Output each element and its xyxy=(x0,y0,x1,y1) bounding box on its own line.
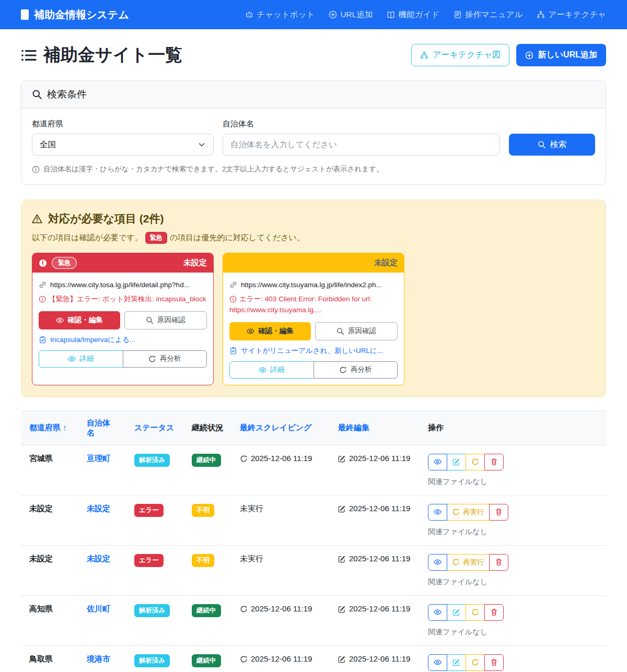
subtitle-before: 以下の項目は確認が必要です。 xyxy=(32,233,143,243)
sites-table-wrap: 都道府県 ↑ 自治体名 ステータス 継続状況 最終スクレイピング 最終編集 操作… xyxy=(21,411,606,672)
municipality-link[interactable]: 未設定 xyxy=(87,554,110,563)
reanalyze-button[interactable]: 再分析 xyxy=(123,350,207,368)
refresh-icon xyxy=(452,558,460,566)
table-row: 未設定 未設定 エラー 不明 未実行 2025-12-06 11:19 再実行 … xyxy=(21,545,606,595)
table-row: 鳥取県 境港市 解析済み 継続中 2025-12-06 11:19 2025-1… xyxy=(21,645,606,672)
nav-item-chatbot[interactable]: チャットボット xyxy=(245,9,315,20)
delete-button[interactable] xyxy=(484,604,504,621)
column-header-prefecture[interactable]: 都道府県 ↑ xyxy=(21,411,78,445)
site-url[interactable]: https://www.city.tosa.lg.jp/life/detail.… xyxy=(39,281,207,289)
municipality-link[interactable]: 未設定 xyxy=(87,504,110,513)
rerun-label: 再実行 xyxy=(463,558,484,567)
plus-circle-icon xyxy=(525,51,533,60)
confirm-edit-button[interactable]: 確認・編集 xyxy=(39,311,120,329)
robot-icon xyxy=(245,10,253,19)
error-message-text: 【緊急】エラー: ボット対策検出: incapsula_block xyxy=(49,295,206,303)
search-button[interactable]: 検索 xyxy=(509,134,595,156)
top-navbar: 補助金情報システム チャットボット URL追加 機能ガイド 操作マニュアル アー… xyxy=(0,0,627,29)
column-header-status[interactable]: ステータス xyxy=(126,411,183,445)
rerun-button[interactable]: 再実行 xyxy=(447,504,490,521)
search-icon xyxy=(146,316,154,324)
trash-icon xyxy=(495,558,503,566)
rescrape-button[interactable] xyxy=(466,604,485,621)
app-brand[interactable]: 補助金情報システム xyxy=(21,8,129,22)
continuation-badge: 継続中 xyxy=(192,654,221,667)
history-icon xyxy=(240,655,248,663)
view-button[interactable] xyxy=(428,654,447,671)
edit-button[interactable] xyxy=(447,654,466,671)
delete-button[interactable] xyxy=(484,654,504,671)
search-panel-title: 検索条件 xyxy=(47,88,87,101)
last-edit-cell: 2025-12-06 11:19 xyxy=(330,545,420,595)
column-header-municipality[interactable]: 自治体名 xyxy=(78,411,126,445)
municipality-link[interactable]: 佐川町 xyxy=(87,604,110,613)
rescrape-button[interactable] xyxy=(466,654,485,671)
error-message-text: エラー: 403 Client Error: Forbidden for url… xyxy=(229,295,371,314)
nav-item-add-url[interactable]: URL追加 xyxy=(329,9,373,20)
nav-item-architecture[interactable]: アーキテクチャ xyxy=(537,9,606,20)
site-url[interactable]: https://www.city.tsuyama.lg.jp/life/inde… xyxy=(229,281,398,289)
analysis-note-text: サイトがリニューアルされ、新しいURLに... xyxy=(241,346,383,356)
view-button[interactable] xyxy=(428,604,447,621)
prefecture-cell: 高知県 xyxy=(21,595,78,645)
status-badge: 未設定 xyxy=(183,258,207,268)
rerun-button[interactable]: 再実行 xyxy=(447,554,490,571)
attention-panel-title-text: 対応が必要な項目 (2件) xyxy=(48,211,164,226)
add-url-button[interactable]: 新しいURL追加 xyxy=(516,44,606,66)
edit-button[interactable] xyxy=(447,604,466,621)
confirm-edit-button[interactable]: 確認・編集 xyxy=(229,322,311,340)
error-message: 【緊急】エラー: ボット対策検出: incapsula_block xyxy=(39,294,207,305)
last-scraping-cell: 2025-12-06 11:19 xyxy=(231,445,330,495)
reanalyze-button[interactable]: 再分析 xyxy=(314,361,398,379)
prefecture-cell: 未設定 xyxy=(21,545,78,595)
attention-panel-title: 対応が必要な項目 (2件) xyxy=(32,211,595,226)
delete-button[interactable] xyxy=(484,454,504,470)
nav-item-manual[interactable]: 操作マニュアル xyxy=(454,9,522,20)
analysis-note-link[interactable]: Incapsula/Impervaによる... xyxy=(39,335,207,345)
detail-label: 詳細 xyxy=(79,354,94,363)
view-button[interactable] xyxy=(428,554,447,571)
column-header-last-edit[interactable]: 最終編集 xyxy=(330,411,420,445)
cause-check-button[interactable]: 原因確認 xyxy=(124,311,207,329)
architecture-diagram-button[interactable]: アーキテクチャ図 xyxy=(411,44,509,66)
last-edit-cell: 2025-12-06 11:19 xyxy=(330,495,420,545)
header-actions: アーキテクチャ図 新しいURL追加 xyxy=(411,44,606,66)
column-header-last-scraping[interactable]: 最終スクレイピング xyxy=(231,411,330,445)
last-edit-cell: 2025-12-06 11:19 xyxy=(330,445,420,495)
detail-button[interactable]: 詳細 xyxy=(229,361,314,379)
view-button[interactable] xyxy=(428,504,447,521)
prefecture-select[interactable]: 全国 xyxy=(32,134,214,156)
navbar-links: チャットボット URL追加 機能ガイド 操作マニュアル アーキテクチャ xyxy=(245,9,606,20)
eye-icon xyxy=(434,558,442,566)
view-button[interactable] xyxy=(428,454,447,470)
link-icon xyxy=(229,281,237,289)
operations-cell: 関連ファイル (1件) xyxy=(420,645,606,672)
continuation-badge: 不明 xyxy=(192,554,214,567)
municipality-input[interactable] xyxy=(223,134,500,156)
analysis-note-link[interactable]: サイトがリニューアルされ、新しいURLに... xyxy=(229,346,398,356)
search-panel: 検索条件 都道府県 全国 自治体名 検索 xyxy=(21,80,606,185)
continuation-badge: 不明 xyxy=(192,504,214,517)
rescrape-button[interactable] xyxy=(466,454,485,470)
nav-item-label: URL追加 xyxy=(340,9,373,20)
warning-triangle-icon xyxy=(32,214,42,224)
edit-button[interactable] xyxy=(447,454,466,470)
status-badge: 未設定 xyxy=(374,258,398,268)
detail-button[interactable]: 詳細 xyxy=(39,350,123,368)
delete-button[interactable] xyxy=(489,554,508,571)
site-url-text: https://www.city.tsuyama.lg.jp/life/inde… xyxy=(241,281,382,289)
confirm-edit-label: 確認・編集 xyxy=(67,315,103,325)
alert-card-header: 未設定 xyxy=(223,253,404,273)
trash-icon xyxy=(490,658,498,666)
cause-check-button[interactable]: 原因確認 xyxy=(315,322,398,340)
municipality-link[interactable]: 境港市 xyxy=(87,654,110,663)
search-icon xyxy=(32,89,42,100)
nav-item-feature-guide[interactable]: 機能ガイド xyxy=(387,9,439,20)
operations-cell: 関連ファイルなし xyxy=(420,445,606,495)
sites-table: 都道府県 ↑ 自治体名 ステータス 継続状況 最終スクレイピング 最終編集 操作… xyxy=(21,411,606,672)
page-title-text: 補助金サイト一覧 xyxy=(43,43,182,67)
delete-button[interactable] xyxy=(489,504,508,521)
municipality-link[interactable]: 亘理町 xyxy=(87,454,110,463)
eye-icon xyxy=(247,327,254,335)
search-panel-header: 検索条件 xyxy=(21,81,606,109)
